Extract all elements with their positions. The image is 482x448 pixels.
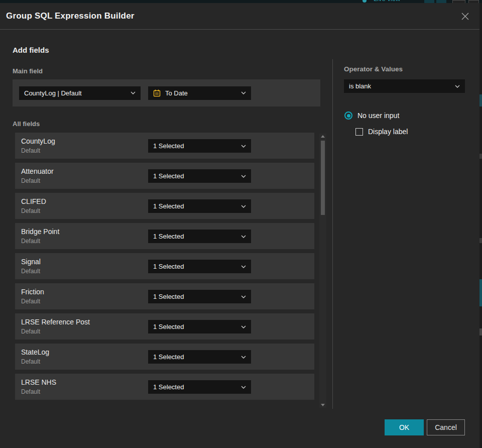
- all-fields-list: CountyLog Default 1 Selected Attenuator …: [15, 133, 314, 404]
- field-name: Attenuator: [21, 167, 54, 175]
- close-button[interactable]: [459, 10, 471, 23]
- field-row: Bridge Point Default 1 Selected: [15, 223, 314, 249]
- field-subtitle: Default: [21, 238, 40, 245]
- field-row: Friction Default 1 Selected: [15, 283, 314, 309]
- field-values-select[interactable]: 1 Selected: [148, 380, 251, 394]
- field-values-select[interactable]: 1 Selected: [148, 139, 251, 153]
- main-field-label: Main field: [13, 67, 43, 75]
- backdrop-fragment: [479, 328, 482, 335]
- date-field-select[interactable]: To Date: [148, 86, 251, 100]
- field-subtitle: Default: [21, 207, 40, 214]
- live-view-dot-icon: [363, 0, 367, 3]
- scroll-down-arrow-icon[interactable]: [321, 404, 325, 406]
- field-row: StateLog Default 1 Selected: [15, 344, 314, 370]
- field-values-select-value: 1 Selected: [153, 172, 237, 180]
- group-sql-expression-builder-dialog: Group SQL Expression Builder Add fields …: [0, 3, 479, 448]
- date-field-select-value: To Date: [165, 89, 237, 97]
- panel-divider: [332, 59, 333, 409]
- field-values-select[interactable]: 1 Selected: [148, 260, 251, 273]
- field-values-select-value: 1 Selected: [153, 383, 237, 391]
- field-values-select-value: 1 Selected: [153, 263, 237, 270]
- field-subtitle: Default: [21, 147, 40, 154]
- cancel-button[interactable]: Cancel: [427, 419, 465, 435]
- field-values-select-value: 1 Selected: [153, 202, 237, 210]
- field-values-select[interactable]: 1 Selected: [148, 169, 251, 183]
- field-name: CLIFED: [21, 197, 46, 205]
- field-values-select[interactable]: 1 Selected: [148, 199, 251, 213]
- field-name: LRSE Reference Post: [21, 318, 90, 326]
- ok-button[interactable]: OK: [385, 419, 424, 435]
- chevron-down-icon: [241, 386, 246, 389]
- no-user-input-option[interactable]: No user input: [344, 111, 399, 120]
- all-fields-label: All fields: [13, 120, 40, 128]
- field-subtitle: Default: [21, 358, 40, 365]
- field-subtitle: Default: [21, 268, 40, 275]
- calendar-icon: [153, 89, 161, 97]
- chevron-down-icon: [455, 85, 460, 88]
- close-icon: [461, 12, 469, 21]
- display-label-option[interactable]: Display label: [355, 128, 408, 136]
- field-row: LRSE NHS Default 1 Selected: [15, 374, 314, 400]
- fields-scrollbar[interactable]: [319, 134, 326, 408]
- field-row: Attenuator Default 1 Selected: [15, 163, 314, 189]
- field-row: CLIFED Default 1 Selected: [15, 193, 314, 219]
- field-subtitle: Default: [21, 177, 40, 184]
- chevron-down-icon: [241, 235, 246, 238]
- add-fields-heading: Add fields: [13, 46, 49, 54]
- operator-select[interactable]: is blank: [344, 79, 465, 93]
- field-name: Bridge Point: [21, 228, 59, 236]
- backdrop-fragment: [479, 238, 482, 243]
- dialog-title: Group SQL Expression Builder: [6, 11, 135, 21]
- chevron-down-icon: [241, 295, 246, 298]
- field-values-select[interactable]: 1 Selected: [148, 350, 251, 364]
- backdrop-fragment: [479, 279, 482, 306]
- field-values-select-value: 1 Selected: [153, 293, 237, 300]
- backdrop-fragment: [479, 94, 482, 106]
- main-field-panel: CountyLog | Default To Date: [13, 79, 320, 106]
- field-values-select-value: 1 Selected: [153, 353, 237, 361]
- main-field-select[interactable]: CountyLog | Default: [19, 86, 141, 100]
- field-row: CountyLog Default 1 Selected: [15, 133, 314, 159]
- field-values-select[interactable]: 1 Selected: [148, 320, 251, 333]
- field-subtitle: Default: [21, 328, 40, 335]
- backdrop-right-edge: [479, 3, 482, 448]
- no-user-input-label: No user input: [357, 111, 399, 120]
- no-user-input-radio[interactable]: [344, 111, 352, 120]
- scroll-up-arrow-icon[interactable]: [321, 135, 325, 138]
- field-values-select[interactable]: 1 Selected: [148, 290, 251, 303]
- chevron-down-icon: [241, 356, 246, 359]
- main-field-select-value: CountyLog | Default: [24, 89, 127, 97]
- chevron-down-icon: [241, 145, 246, 148]
- field-values-select-value: 1 Selected: [153, 142, 237, 150]
- display-label-label: Display label: [368, 128, 408, 136]
- chevron-down-icon: [241, 91, 246, 94]
- operator-select-value: is blank: [349, 82, 451, 90]
- field-name: Friction: [21, 288, 44, 296]
- field-values-select-value: 1 Selected: [153, 233, 237, 240]
- field-row: Signal Default 1 Selected: [15, 253, 314, 279]
- chevron-down-icon: [241, 205, 246, 208]
- field-name: CountyLog: [21, 137, 55, 145]
- field-values-select-value: 1 Selected: [153, 323, 237, 330]
- live-view-label: Live view: [374, 0, 400, 3]
- field-name: StateLog: [21, 348, 49, 356]
- chevron-down-icon: [131, 91, 136, 94]
- field-row: LRSE Reference Post Default 1 Selected: [15, 313, 314, 340]
- scrollbar-thumb[interactable]: [321, 141, 325, 215]
- display-label-checkbox[interactable]: [355, 128, 363, 136]
- field-subtitle: Default: [21, 388, 40, 395]
- field-subtitle: Default: [21, 298, 40, 305]
- chevron-down-icon: [241, 175, 246, 178]
- field-name: Signal: [21, 258, 41, 266]
- field-name: LRSE NHS: [21, 378, 56, 386]
- chevron-down-icon: [241, 325, 246, 328]
- operator-values-heading: Operator & Values: [344, 65, 403, 73]
- backdrop-fragment: [479, 154, 482, 159]
- chevron-down-icon: [241, 265, 246, 268]
- dialog-title-bar: Group SQL Expression Builder: [0, 3, 479, 30]
- field-values-select[interactable]: 1 Selected: [148, 230, 251, 243]
